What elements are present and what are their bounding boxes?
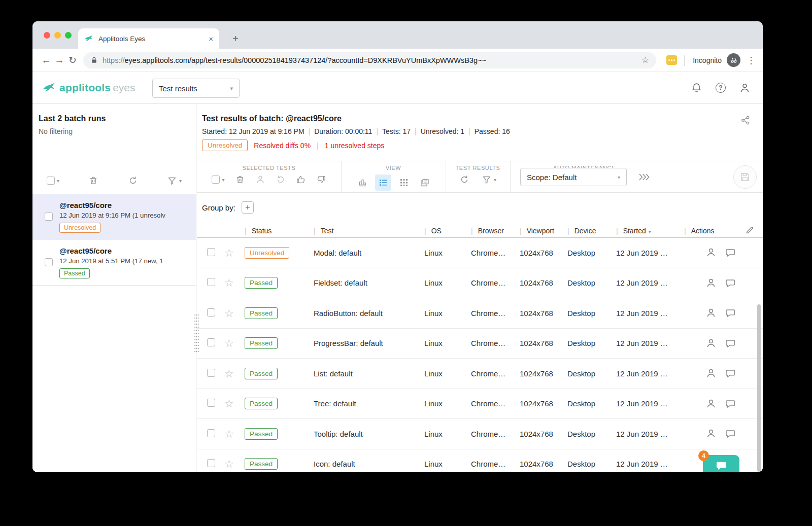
url-text[interactable]: https://eyes.applitools.com/app/test-res…	[103, 56, 637, 64]
edit-columns-pencil-icon[interactable]	[745, 225, 755, 235]
favorite-star-icon[interactable]: ☆	[224, 398, 234, 409]
support-chat-button[interactable]: 4	[703, 455, 739, 472]
assign-user-icon[interactable]	[705, 307, 717, 319]
comment-icon[interactable]	[725, 338, 736, 349]
chart-view-button[interactable]	[354, 174, 370, 191]
comment-icon[interactable]	[725, 368, 736, 379]
thumbs-down-icon[interactable]	[316, 174, 326, 185]
col-browser[interactable]: |Browser	[471, 227, 520, 235]
table-row[interactable]: ☆ Passed Fieldset: default Linux Chrome……	[197, 268, 763, 299]
table-row[interactable]: ☆ Passed Icon: default Linux Chrome… 102…	[197, 449, 763, 473]
comment-icon[interactable]	[725, 307, 736, 319]
checkbox-icon[interactable]	[47, 177, 55, 185]
filter-batches-button[interactable]: ▾	[167, 176, 182, 186]
col-device[interactable]: |Device	[567, 227, 616, 235]
favorite-star-icon[interactable]: ☆	[224, 277, 234, 289]
assign-user-icon[interactable]	[255, 174, 265, 185]
assign-user-icon[interactable]	[705, 428, 717, 439]
refresh-batches-icon[interactable]	[128, 176, 138, 186]
assign-user-icon[interactable]	[705, 277, 717, 289]
table-row[interactable]: ☆ Unresolved Modal: default Linux Chrome…	[197, 238, 763, 268]
cell-test[interactable]: List: default	[314, 369, 424, 378]
row-checkbox[interactable]	[207, 459, 215, 467]
row-checkbox[interactable]	[207, 248, 215, 256]
browser-menu-icon[interactable]: ⋮	[747, 55, 756, 66]
account-icon[interactable]	[739, 82, 751, 94]
table-row[interactable]: ☆ Passed List: default Linux Chrome… 102…	[197, 359, 763, 389]
minimize-window-button[interactable]	[54, 32, 61, 39]
new-tab-button[interactable]: +	[228, 31, 243, 46]
checkbox-icon[interactable]	[212, 176, 220, 184]
undo-icon[interactable]	[276, 174, 286, 185]
table-row[interactable]: ☆ Passed RadioButton: default Linux Chro…	[197, 298, 763, 329]
cell-test[interactable]: ProgressBar: default	[314, 339, 424, 347]
run-maintenance-icon[interactable]	[638, 171, 650, 183]
unresolved-steps-link[interactable]: 1 unresolved steps	[325, 142, 385, 150]
bookmark-star-icon[interactable]: ☆	[641, 55, 649, 65]
select-all-tests-checkbox[interactable]: ▾	[212, 176, 224, 184]
favorite-star-icon[interactable]: ☆	[224, 337, 234, 349]
page-select[interactable]: Test results ▾	[152, 79, 240, 98]
batch-checkbox[interactable]	[45, 213, 53, 221]
maximize-window-button[interactable]	[65, 32, 72, 39]
browser-tab[interactable]: Applitools Eyes ×	[78, 28, 219, 49]
table-row[interactable]: ☆ Passed Tooltip: default Linux Chrome… …	[197, 419, 763, 449]
favorite-star-icon[interactable]: ☆	[224, 428, 234, 440]
save-button[interactable]	[733, 165, 757, 189]
sidebar-resize-handle[interactable]	[194, 313, 199, 354]
cell-test[interactable]: Tree: default	[314, 399, 424, 408]
batch-list-item[interactable]: @react95/core 12 Jun 2019 at 9:16 PM (1 …	[32, 194, 196, 240]
favorite-star-icon[interactable]: ☆	[224, 368, 234, 379]
table-row[interactable]: ☆ Passed ProgressBar: default Linux Chro…	[197, 329, 763, 359]
list-view-button[interactable]	[375, 174, 391, 191]
help-icon[interactable]: ?	[716, 83, 726, 93]
select-all-checkbox[interactable]: ▾	[47, 177, 59, 185]
batch-list-item[interactable]: @react95/core 12 Jun 2019 at 5:51 PM (17…	[32, 240, 196, 286]
comment-icon[interactable]	[725, 247, 736, 258]
cell-test[interactable]: RadioButton: default	[314, 309, 424, 318]
forward-icon[interactable]: →	[53, 55, 66, 66]
cell-test[interactable]: Icon: default	[314, 460, 424, 468]
col-viewport[interactable]: |Viewport	[520, 227, 567, 235]
back-icon[interactable]: ←	[40, 55, 53, 66]
col-started[interactable]: |Started▾	[616, 227, 684, 235]
cell-test[interactable]: Fieldset: default	[314, 278, 424, 287]
delete-batch-icon[interactable]	[88, 176, 98, 186]
row-checkbox[interactable]	[207, 429, 215, 437]
assign-user-icon[interactable]	[705, 247, 717, 258]
scrollbar[interactable]	[757, 304, 761, 472]
applitools-logo[interactable]: applitools eyes	[43, 72, 136, 103]
reload-icon[interactable]: ↻	[66, 54, 79, 66]
row-checkbox[interactable]	[207, 399, 215, 407]
assign-user-icon[interactable]	[705, 398, 717, 409]
comment-icon[interactable]	[725, 398, 736, 409]
url-bar[interactable]: https://eyes.applitools.com/app/test-res…	[83, 52, 656, 68]
cell-test[interactable]: Modal: default	[314, 249, 424, 257]
comment-icon[interactable]	[725, 428, 736, 439]
row-checkbox[interactable]	[207, 278, 215, 286]
favorite-star-icon[interactable]: ☆	[224, 458, 234, 470]
col-test[interactable]: |Test	[314, 227, 424, 235]
extension-icon[interactable]	[666, 55, 677, 65]
row-checkbox[interactable]	[207, 369, 215, 377]
col-os[interactable]: |OS	[424, 227, 471, 235]
share-icon[interactable]	[740, 115, 751, 125]
filter-results-button[interactable]: ▾	[482, 174, 496, 185]
notifications-bell-icon[interactable]	[691, 82, 702, 94]
assign-user-icon[interactable]	[705, 338, 717, 349]
cell-test[interactable]: Tooltip: default	[314, 430, 424, 438]
tab-close-icon[interactable]: ×	[209, 34, 213, 43]
comment-icon[interactable]	[725, 277, 736, 289]
table-row[interactable]: ☆ Passed Tree: default Linux Chrome… 102…	[197, 389, 763, 419]
col-status[interactable]: |Status	[245, 227, 314, 235]
favorite-star-icon[interactable]: ☆	[224, 247, 234, 259]
thumbs-up-icon[interactable]	[296, 174, 306, 185]
batch-summary-view-button[interactable]	[417, 174, 433, 191]
add-group-button[interactable]: +	[242, 201, 254, 214]
batch-checkbox[interactable]	[45, 258, 53, 266]
scope-select[interactable]: Scope: Default ▾	[520, 168, 627, 186]
row-checkbox[interactable]	[207, 338, 215, 346]
favorite-star-icon[interactable]: ☆	[224, 307, 234, 319]
refresh-results-icon[interactable]	[459, 174, 469, 185]
row-checkbox[interactable]	[207, 308, 215, 317]
